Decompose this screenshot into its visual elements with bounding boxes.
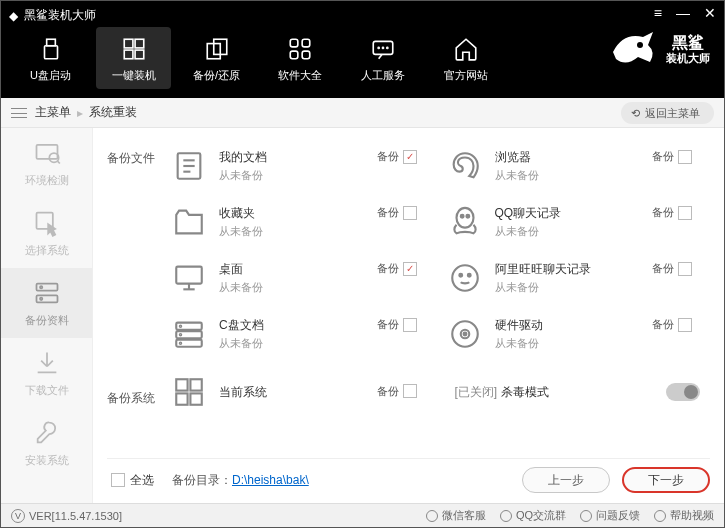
backup-checkbox[interactable]: 备份 [652,261,692,276]
breadcrumb-bar: 主菜单 ▸ 系统重装 ⟲ 返回主菜单 [1,98,724,128]
download-icon [33,349,61,377]
env-check-icon [33,139,61,167]
svg-rect-48 [176,393,187,404]
tab-label: 备份/还原 [193,68,240,83]
tab-label: U盘启动 [30,68,71,83]
section-backup-system-label: 备份系统 [107,378,169,407]
step-install[interactable]: 安装系统 [1,408,92,478]
backup-dir: 备份目录：D:\heisha\bak\ [172,472,309,489]
svg-point-34 [452,265,478,291]
item-current-system: 当前系统 备份 [169,364,435,420]
section-backup-files-label: 备份文件 [107,138,169,362]
svg-point-36 [467,274,470,277]
svg-rect-1 [44,45,57,58]
bottom-controls: 全选 备份目录：D:\heisha\bak\ 上一步 下一步 [107,458,710,499]
backup-checkbox[interactable]: 备份 [652,205,692,220]
item-sub: 从未备份 [495,336,711,351]
backup-dir-label: 备份目录： [172,473,232,487]
tab-one-click-install[interactable]: 一键装机 [96,27,171,89]
svg-rect-11 [302,51,310,59]
svg-rect-46 [176,379,187,390]
qq-icon [445,202,485,242]
svg-point-35 [459,274,462,277]
backup-checkbox[interactable]: 备份✓ [377,261,417,276]
prev-button[interactable]: 上一步 [522,467,610,493]
breadcrumb-current: 系统重装 [89,104,137,121]
svg-point-29 [460,215,463,218]
wechat-icon [426,510,438,522]
select-all-checkbox[interactable]: 全选 [111,472,154,489]
breadcrumb-separator: ▸ [77,106,83,120]
svg-rect-8 [290,39,298,47]
item-sub: 从未备份 [219,168,435,183]
link-qq[interactable]: QQ交流群 [500,508,566,523]
link-help[interactable]: 帮助视频 [654,508,714,523]
step-label: 下载文件 [25,383,69,398]
menu-list-icon[interactable] [11,108,27,118]
return-main-button[interactable]: ⟲ 返回主菜单 [621,102,714,124]
step-backup-data[interactable]: 备份资料 [1,268,92,338]
menu-icon[interactable]: ≡ [654,5,662,21]
tab-label: 官方网站 [444,68,488,83]
system-icon [169,372,209,412]
shark-icon [608,27,658,71]
step-env-check[interactable]: 环境检测 [1,128,92,198]
backup-checkbox[interactable]: 备份 [652,149,692,164]
backup-data-icon [33,279,61,307]
svg-rect-2 [124,39,133,48]
backup-item: 我的文档 从未备份 备份✓ [169,138,435,194]
minimize-icon[interactable]: — [676,5,690,21]
document-icon [169,146,209,186]
link-wechat[interactable]: 微信客服 [426,508,486,523]
apps-icon [285,34,315,64]
main-content: 备份文件 我的文档 从未备份 备份✓ 浏览器 从未备份 备份 收藏夹 从未备份 … [93,128,724,503]
backup-checkbox[interactable]: 备份 [377,205,417,220]
close-icon[interactable]: ✕ [704,5,716,21]
antivirus-mode-row: [已关闭] 杀毒模式 [445,364,711,420]
item-sub: 从未备份 [219,224,435,239]
svg-rect-3 [135,39,144,48]
sidebar: 环境检测 选择系统 备份资料 下载文件 安装系统 [1,128,93,503]
logo-icon: ◆ [9,9,18,23]
backup-checkbox[interactable]: 备份 [652,317,692,332]
app-title-text: 黑鲨装机大师 [24,7,96,24]
window-controls: ≡ — ✕ [654,5,716,21]
backup-item: 阿里旺旺聊天记录 从未备份 备份 [445,250,711,306]
svg-point-22 [40,286,42,288]
version-text: VER[11.5.47.1530] [29,510,122,522]
brand: 黑鲨装机大师 [608,27,710,71]
top-tabs: U盘启动 一键装机 备份/还原 软件大全 人工服务 官方网站 [13,27,503,89]
svg-point-23 [40,297,42,299]
titlebar: ◆ 黑鲨装机大师 ≡ — ✕ U盘启动 一键装机 备份/还原 软件大全 人工服务 [1,1,724,98]
backup-checkbox[interactable]: 备份 [377,317,417,332]
tab-service[interactable]: 人工服务 [345,27,420,89]
backup-checkbox[interactable]: 备份 [377,384,417,399]
version[interactable]: V VER[11.5.47.1530] [11,509,122,523]
antivirus-label: 杀毒模式 [501,384,666,401]
backup-dir-link[interactable]: D:\heisha\bak\ [232,473,309,487]
antivirus-toggle[interactable] [666,383,700,401]
tab-website[interactable]: 官方网站 [428,27,503,89]
step-select-system[interactable]: 选择系统 [1,198,92,268]
tab-usb-boot[interactable]: U盘启动 [13,27,88,89]
version-icon: V [11,509,25,523]
next-button[interactable]: 下一步 [622,467,710,493]
tab-software[interactable]: 软件大全 [262,27,337,89]
svg-point-15 [386,47,387,48]
return-label: 返回主菜单 [645,106,700,121]
breadcrumb-root[interactable]: 主菜单 [35,104,71,121]
backup-checkbox[interactable]: 备份✓ [377,149,417,164]
svg-rect-49 [190,393,201,404]
tab-label: 一键装机 [112,68,156,83]
step-label: 选择系统 [25,243,69,258]
item-sub: 从未备份 [219,280,435,295]
antivirus-status: [已关闭] [455,384,498,401]
backup-item: QQ聊天记录 从未备份 备份 [445,194,711,250]
windows-icon [119,34,149,64]
step-label: 环境检测 [25,173,69,188]
step-download[interactable]: 下载文件 [1,338,92,408]
tab-backup-restore[interactable]: 备份/还原 [179,27,254,89]
item-sub: 从未备份 [495,280,711,295]
desktop-icon [169,258,209,298]
link-feedback[interactable]: 问题反馈 [580,508,640,523]
